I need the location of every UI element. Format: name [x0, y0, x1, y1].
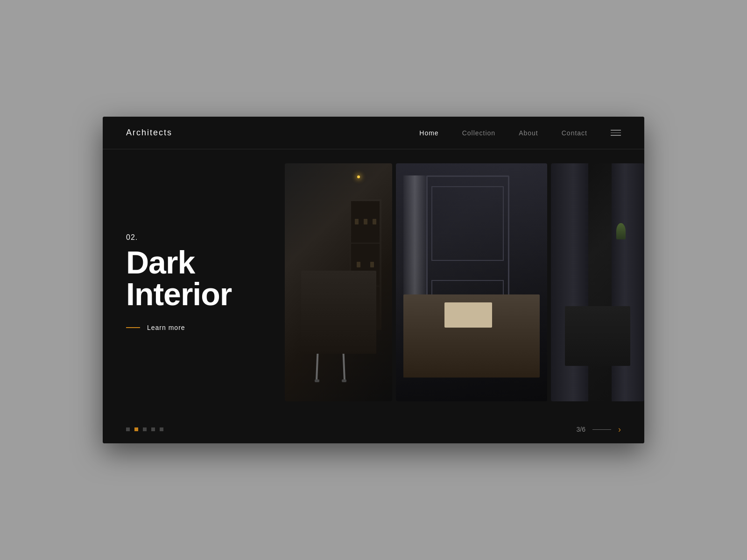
shelf-item [357, 262, 360, 267]
vanity [565, 306, 630, 366]
next-arrow[interactable]: › [618, 425, 621, 434]
svg-rect-4 [315, 379, 319, 382]
main-content: 02. Dark Interior Learn more [103, 149, 644, 415]
dot-2[interactable] [134, 427, 138, 431]
shelf-item [370, 262, 374, 267]
slide-counter: 3/6 › [577, 425, 621, 434]
shelf-item [373, 219, 376, 224]
fruit-bowl [328, 281, 342, 287]
shelf-unit [349, 199, 381, 330]
spotlight [357, 175, 360, 178]
nav-link-about[interactable]: About [519, 129, 538, 137]
browser-window: Architects Home Collection About Contact… [103, 117, 644, 443]
nav-links: Home Collection About Contact [419, 129, 621, 137]
slide-dots [126, 427, 163, 431]
shelf-item [373, 304, 376, 310]
images-area [280, 149, 644, 415]
svg-line-1 [317, 323, 319, 380]
shelf-item [364, 304, 367, 310]
nav-link-collection[interactable]: Collection [462, 129, 495, 137]
brand-logo[interactable]: Architects [126, 128, 172, 138]
door-panel-top [431, 186, 504, 261]
navbar: Architects Home Collection About Contact [103, 117, 644, 149]
svg-rect-0 [314, 320, 347, 323]
counter-line [592, 429, 611, 430]
dot-4[interactable] [151, 427, 155, 431]
svg-rect-5 [342, 379, 346, 382]
shelf-row-2 [351, 244, 380, 286]
stool-svg [312, 315, 349, 390]
slide-number: 02. [126, 233, 257, 242]
bathroom-panel [551, 163, 644, 401]
learn-more-button[interactable]: Learn more [126, 324, 257, 331]
learn-more-line [126, 327, 140, 328]
learn-more-text: Learn more [147, 324, 185, 331]
hamburger-line-1 [611, 130, 621, 131]
pillow [444, 302, 492, 328]
dot-1[interactable] [126, 427, 130, 431]
bathroom-image [551, 163, 644, 401]
shelf-row-3 [351, 287, 380, 329]
text-panel: 02. Dark Interior Learn more [103, 149, 280, 415]
bedroom-image [396, 163, 547, 401]
bed [403, 294, 540, 378]
shelf-item [355, 219, 359, 224]
svg-line-2 [342, 323, 345, 380]
hamburger-line-2 [611, 133, 621, 133]
counter-text: 3/6 [577, 426, 585, 433]
nav-link-home[interactable]: Home [419, 129, 438, 137]
hamburger-menu[interactable] [611, 130, 621, 136]
bottom-bar: 3/6 › [103, 415, 644, 443]
hamburger-line-3 [611, 135, 621, 136]
dot-3[interactable] [143, 427, 147, 431]
slide-title: Dark Interior [126, 246, 257, 310]
kitchen-panel [285, 163, 392, 401]
shelf-item [364, 219, 367, 224]
plant [616, 223, 626, 239]
kitchen-image [285, 163, 392, 401]
dot-5[interactable] [160, 427, 163, 431]
curtain-right [612, 163, 644, 401]
shelf-row-1 [351, 201, 380, 243]
bedroom-panel [396, 163, 547, 401]
curtain-left [551, 163, 588, 401]
nav-link-contact[interactable]: Contact [562, 129, 587, 137]
shelf-item [355, 304, 359, 310]
